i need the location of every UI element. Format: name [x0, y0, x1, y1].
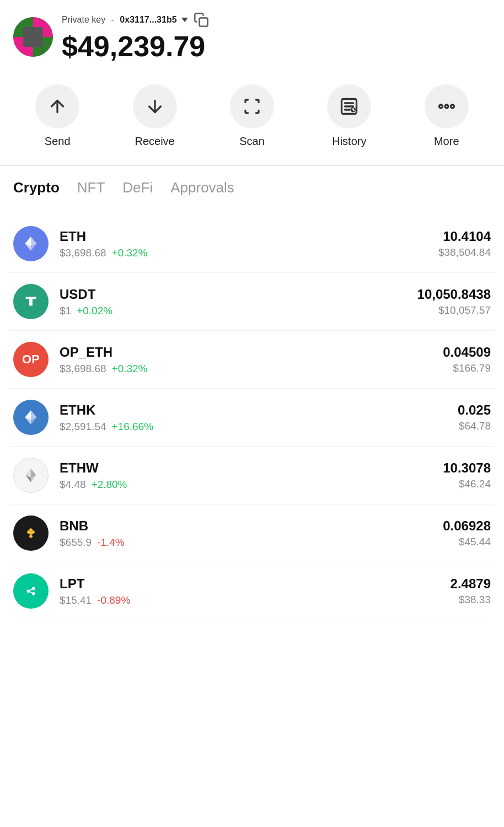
token-amount-op: 0.04509 [443, 345, 491, 360]
history-circle [327, 84, 371, 128]
token-icon-usdt [13, 284, 49, 319]
asset-tabs: Crypto NFT DeFi Approvals [0, 179, 504, 215]
list-item[interactable]: BNB $655.9 -1.4% 0.06928 $45.44 [9, 504, 495, 562]
token-list: ETH $3,698.68 +0.32% 10.4104 $38,504.84 … [0, 215, 504, 620]
token-price-row-ethk: $2,591.54 +16.66% [60, 421, 458, 433]
token-price-row-op: $3,698.68 +0.32% [60, 363, 443, 375]
more-action[interactable]: More [425, 84, 469, 148]
more-icon [437, 96, 457, 116]
total-balance: $49,239.79 [62, 31, 491, 62]
token-name-eth: ETH [60, 229, 438, 245]
token-price-ethk: $2,591.54 [60, 421, 106, 433]
token-price-ethw: $4.48 [60, 479, 86, 491]
token-balance-lpt: 2.4879 $38.33 [451, 576, 491, 606]
token-icon-op: OP [13, 342, 49, 377]
token-price-row-eth: $3,698.68 +0.32% [60, 247, 438, 259]
token-name-bnb: BNB [60, 518, 443, 534]
svg-point-11 [445, 105, 448, 108]
tab-defi[interactable]: DeFi [122, 179, 153, 200]
token-icon-bnb [13, 515, 49, 551]
token-info-usdt: USDT $1 +0.02% [60, 287, 417, 317]
token-change-ethw: +2.80% [92, 479, 127, 491]
token-name-lpt: LPT [60, 576, 451, 592]
token-price-bnb: $655.9 [60, 536, 92, 549]
tab-crypto[interactable]: Crypto [13, 179, 60, 200]
scan-action[interactable]: Scan [230, 84, 274, 148]
token-value-ethk: $64.78 [458, 420, 491, 432]
history-label: History [332, 135, 366, 148]
section-divider [0, 165, 504, 166]
token-price-op: $3,698.68 [60, 363, 106, 375]
token-amount-usdt: 10,050.8438 [417, 287, 491, 302]
receive-circle [133, 84, 177, 128]
token-balance-usdt: 10,050.8438 $10,057.57 [417, 287, 491, 316]
token-change-bnb: -1.4% [97, 536, 125, 549]
token-amount-ethw: 10.3078 [443, 460, 491, 476]
list-item[interactable]: OP OP_ETH $3,698.68 +0.32% 0.04509 $166.… [9, 331, 495, 389]
token-balance-ethw: 10.3078 $46.24 [443, 460, 491, 490]
send-circle [35, 84, 79, 128]
receive-label: Receive [135, 135, 174, 148]
token-value-op: $166.79 [443, 362, 491, 374]
token-name-usdt: USDT [60, 287, 417, 303]
copy-address-button[interactable] [192, 11, 210, 29]
token-info-eth: ETH $3,698.68 +0.32% [60, 229, 438, 259]
token-change-ethk: +16.66% [112, 421, 154, 433]
address-dropdown-icon[interactable] [181, 18, 188, 22]
svg-point-10 [439, 105, 442, 108]
send-action[interactable]: Send [35, 84, 79, 148]
svg-rect-0 [199, 18, 207, 26]
wallet-avatar[interactable] [13, 17, 53, 57]
token-balance-eth: 10.4104 $38,504.84 [438, 229, 491, 259]
token-value-lpt: $38.33 [451, 594, 491, 606]
token-balance-bnb: 0.06928 $45.44 [443, 518, 491, 548]
token-name-ethk: ETHK [60, 402, 458, 418]
list-item[interactable]: ETHW $4.48 +2.80% 10.3078 $46.24 [9, 447, 495, 504]
token-value-ethw: $46.24 [443, 478, 491, 490]
svg-point-30 [20, 581, 41, 602]
token-icon-lpt [13, 573, 49, 609]
tab-approvals[interactable]: Approvals [170, 179, 234, 200]
token-change-eth: +0.32% [112, 247, 148, 259]
token-value-usdt: $10,057.57 [417, 304, 491, 316]
svg-line-9 [353, 110, 355, 111]
token-price-usdt: $1 [60, 305, 71, 317]
more-label: More [434, 135, 459, 148]
list-item[interactable]: LPT $15.41 -0.89% 2.4879 $38.33 [9, 562, 495, 620]
token-price-row-bnb: $655.9 -1.4% [60, 536, 443, 549]
token-info-ethw: ETHW $4.48 +2.80% [60, 460, 443, 491]
action-buttons: Send Receive Scan [0, 71, 504, 165]
token-name-ethw: ETHW [60, 460, 443, 476]
list-item[interactable]: USDT $1 +0.02% 10,050.8438 $10,057.57 [9, 273, 495, 331]
history-icon [339, 96, 359, 116]
tab-nft[interactable]: NFT [77, 179, 105, 200]
token-amount-bnb: 0.06928 [443, 518, 491, 534]
token-info-ethk: ETHK $2,591.54 +16.66% [60, 402, 458, 433]
wallet-header: Private key - 0x3117...31b5 $49,239.79 [0, 0, 504, 71]
list-item[interactable]: ETH $3,698.68 +0.32% 10.4104 $38,504.84 [9, 215, 495, 273]
receive-action[interactable]: Receive [133, 84, 177, 148]
token-change-usdt: +0.02% [77, 305, 112, 317]
token-balance-op: 0.04509 $166.79 [443, 345, 491, 374]
receive-icon [145, 96, 165, 116]
token-icon-eth [13, 226, 49, 261]
send-label: Send [45, 135, 71, 148]
scan-icon [242, 96, 262, 116]
token-change-lpt: -0.89% [97, 594, 130, 606]
scan-label: Scan [239, 135, 265, 148]
token-amount-ethk: 0.025 [458, 402, 491, 418]
token-change-op: +0.32% [112, 363, 148, 375]
token-value-eth: $38,504.84 [438, 246, 491, 259]
token-value-bnb: $45.44 [443, 536, 491, 548]
token-price-row-lpt: $15.41 -0.89% [60, 594, 451, 606]
token-info-bnb: BNB $655.9 -1.4% [60, 518, 443, 549]
private-key-label: Private key - 0x3117...31b5 [62, 15, 188, 25]
token-price-row-usdt: $1 +0.02% [60, 305, 417, 317]
history-action[interactable]: History [327, 84, 371, 148]
more-circle [425, 84, 469, 128]
private-key-row: Private key - 0x3117...31b5 [62, 11, 491, 29]
token-balance-ethk: 0.025 $64.78 [458, 402, 491, 432]
token-price-lpt: $15.41 [60, 594, 92, 606]
scan-circle [230, 84, 274, 128]
list-item[interactable]: ETHK $2,591.54 +16.66% 0.025 $64.78 [9, 389, 495, 447]
